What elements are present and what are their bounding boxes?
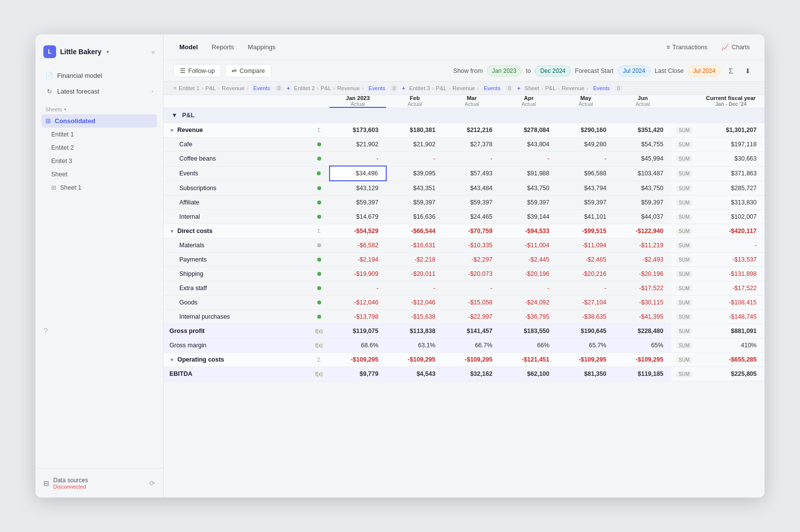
cell-fiscal[interactable]: $1,301,207 bbox=[697, 123, 765, 137]
cell-apr[interactable]: -$94,533 bbox=[500, 224, 558, 238]
collapse-arrow-icon[interactable]: ▼ bbox=[169, 229, 174, 234]
bc-events3[interactable]: Events bbox=[481, 85, 503, 92]
cell-jun[interactable]: $45,994 bbox=[614, 152, 671, 166]
cell-mar[interactable]: $212,216 bbox=[443, 123, 500, 137]
cell-mar[interactable]: $27,378 bbox=[443, 137, 500, 152]
cell-fiscal[interactable]: $102,007 bbox=[697, 210, 765, 224]
cell-feb[interactable]: $59,397 bbox=[386, 196, 443, 210]
cell-jun[interactable]: $59,397 bbox=[614, 196, 671, 210]
refresh-icon[interactable]: ⟳ bbox=[149, 479, 155, 487]
cell-feb[interactable]: $4,543 bbox=[386, 367, 443, 381]
show-from-date[interactable]: Jan 2023 bbox=[487, 66, 522, 76]
cell-may[interactable]: 65.7% bbox=[557, 338, 614, 353]
cell-apr[interactable]: $91,988 bbox=[500, 166, 558, 181]
sidebar-item-sheet1[interactable]: ⊞ Sheet 1 bbox=[41, 181, 157, 194]
cell-feb[interactable]: -$12,046 bbox=[386, 296, 443, 310]
cell-mar[interactable]: $59,397 bbox=[443, 196, 500, 210]
cell-jun[interactable]: -$11,219 bbox=[614, 238, 671, 253]
cell-fiscal[interactable]: -$17,522 bbox=[697, 281, 765, 296]
cell-mar[interactable]: - bbox=[443, 152, 500, 166]
tab-mappings[interactable]: Mappings bbox=[242, 40, 281, 54]
transactions-button[interactable]: ≡ Transactions bbox=[662, 41, 712, 53]
cell-apr[interactable]: - bbox=[500, 281, 558, 296]
cell-may[interactable]: -$2,465 bbox=[557, 253, 614, 267]
cell-feb[interactable]: - bbox=[386, 152, 443, 166]
cell-may[interactable]: -$99,515 bbox=[557, 224, 614, 238]
cell-feb[interactable]: $21,902 bbox=[386, 137, 443, 152]
cell-apr[interactable]: $39,144 bbox=[500, 210, 558, 224]
collapse-arrow-icon[interactable]: ▼ bbox=[169, 128, 174, 133]
cell-jun[interactable]: -$109,295 bbox=[614, 353, 671, 367]
cell-may[interactable]: -$11,094 bbox=[557, 238, 614, 253]
cell-jan[interactable]: $59,397 bbox=[330, 196, 387, 210]
sum-icon-button[interactable]: Σ bbox=[725, 65, 737, 77]
cell-jan[interactable]: -$109,295 bbox=[330, 353, 387, 367]
cell-feb[interactable]: $180,381 bbox=[386, 123, 443, 137]
cell-apr[interactable]: $43,804 bbox=[500, 137, 558, 152]
download-icon-button[interactable]: ⬇ bbox=[741, 65, 755, 77]
cell-jun[interactable]: $54,755 bbox=[614, 137, 671, 152]
cell-may[interactable]: - bbox=[557, 281, 614, 296]
cell-fiscal[interactable]: $197,118 bbox=[697, 137, 765, 152]
cell-feb[interactable]: -$16,631 bbox=[386, 238, 443, 253]
cell-may[interactable]: $59,397 bbox=[557, 196, 614, 210]
cell-may[interactable]: $41,101 bbox=[557, 210, 614, 224]
cell-jan[interactable]: - bbox=[330, 152, 387, 166]
cell-jun[interactable]: -$17,522 bbox=[614, 281, 671, 296]
cell-apr[interactable]: $62,100 bbox=[500, 367, 558, 381]
cell-fiscal[interactable]: -$655,285 bbox=[697, 353, 765, 367]
cell-jan[interactable]: -$54,529 bbox=[330, 224, 387, 238]
cell-feb[interactable]: $39,095 bbox=[386, 166, 443, 181]
to-date[interactable]: Dec 2024 bbox=[535, 66, 571, 76]
cell-may[interactable]: -$38,635 bbox=[557, 310, 614, 324]
bc-events2[interactable]: Events bbox=[366, 85, 388, 92]
sidebar-item-consolidated[interactable]: ⊞ Consolidated bbox=[41, 114, 157, 128]
cell-may[interactable]: -$27,104 bbox=[557, 296, 614, 310]
cell-may[interactable]: $49,280 bbox=[557, 137, 614, 152]
cell-mar[interactable]: $57,493 bbox=[443, 166, 500, 181]
cell-fiscal[interactable]: -$108,415 bbox=[697, 296, 765, 310]
cell-jun[interactable]: 65% bbox=[614, 338, 671, 353]
cell-fiscal[interactable]: $371,863 bbox=[697, 166, 765, 181]
cell-jan[interactable]: - bbox=[330, 281, 387, 296]
cell-mar[interactable]: $24,465 bbox=[443, 210, 500, 224]
sidebar-item-financial-model[interactable]: 📄 Financial model bbox=[41, 68, 157, 83]
cell-mar[interactable]: -$15,058 bbox=[443, 296, 500, 310]
cell-mar[interactable]: - bbox=[443, 281, 500, 296]
cell-jan[interactable]: $34,496 bbox=[330, 166, 387, 181]
cell-jan[interactable]: $173,603 bbox=[330, 123, 387, 137]
cell-fiscal[interactable]: -$131,898 bbox=[697, 267, 765, 281]
tab-model[interactable]: Model bbox=[173, 40, 204, 54]
cell-jun[interactable]: $228,480 bbox=[614, 324, 671, 338]
cell-apr[interactable]: - bbox=[500, 152, 558, 166]
cell-apr[interactable]: $183,550 bbox=[500, 324, 558, 338]
sidebar-item-sheet[interactable]: Sheet bbox=[41, 168, 157, 181]
cell-jun[interactable]: -$30,115 bbox=[614, 296, 671, 310]
cell-jan[interactable]: $21,902 bbox=[330, 137, 387, 152]
cell-feb[interactable]: -$2,218 bbox=[386, 253, 443, 267]
section-pl-collapse-icon[interactable]: ▼ bbox=[171, 112, 177, 119]
cell-fiscal[interactable]: $30,663 bbox=[697, 152, 765, 166]
cell-mar[interactable]: -$2,297 bbox=[443, 253, 500, 267]
cell-feb[interactable]: $16,636 bbox=[386, 210, 443, 224]
cell-jan[interactable]: $119,075 bbox=[330, 324, 387, 338]
collapse-arrow-icon[interactable]: ▼ bbox=[169, 357, 174, 363]
cell-feb[interactable]: $113,838 bbox=[386, 324, 443, 338]
cell-may[interactable]: - bbox=[557, 152, 614, 166]
cell-jan[interactable]: $14,679 bbox=[330, 210, 387, 224]
cell-apr[interactable]: $59,397 bbox=[500, 196, 558, 210]
cell-jan[interactable]: -$6,582 bbox=[330, 238, 387, 253]
cell-jan[interactable]: -$2,194 bbox=[330, 253, 387, 267]
charts-button[interactable]: 📈 Charts bbox=[716, 41, 755, 53]
cell-jun[interactable]: $351,420 bbox=[614, 123, 671, 137]
cell-jun[interactable]: -$41,395 bbox=[614, 310, 671, 324]
cell-jan[interactable]: 68.6% bbox=[330, 338, 387, 353]
cell-mar[interactable]: $32,162 bbox=[443, 367, 500, 381]
cell-mar[interactable]: $141,457 bbox=[443, 324, 500, 338]
cell-feb[interactable]: -$15,638 bbox=[386, 310, 443, 324]
sidebar-logo[interactable]: L Little Bakery ▾ bbox=[43, 45, 109, 58]
cell-mar[interactable]: -$22,997 bbox=[443, 310, 500, 324]
cell-feb[interactable]: - bbox=[386, 281, 443, 296]
cell-apr[interactable]: -$24,092 bbox=[500, 296, 558, 310]
forecast-start-date[interactable]: Jul 2024 bbox=[618, 66, 651, 76]
